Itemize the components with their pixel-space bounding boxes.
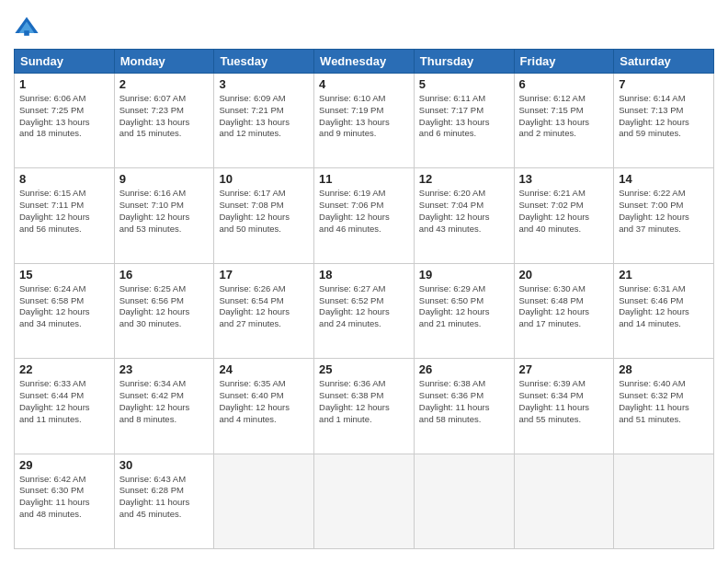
day-info: Sunrise: 6:19 AM Sunset: 7:06 PM Dayligh…	[319, 188, 409, 235]
day-info: Sunrise: 6:09 AM Sunset: 7:21 PM Dayligh…	[219, 93, 309, 140]
col-wednesday: Wednesday	[314, 50, 415, 74]
day-number: 10	[219, 172, 309, 186]
day-number: 11	[319, 172, 409, 186]
day-cell: 4Sunrise: 6:10 AM Sunset: 7:19 PM Daylig…	[314, 74, 415, 168]
day-number: 24	[219, 362, 309, 376]
logo-icon	[14, 14, 40, 40]
day-cell: 5Sunrise: 6:11 AM Sunset: 7:17 PM Daylig…	[414, 74, 514, 168]
page: Sunday Monday Tuesday Wednesday Thursday…	[0, 0, 728, 563]
day-number: 5	[419, 77, 509, 91]
day-cell: 19Sunrise: 6:29 AM Sunset: 6:50 PM Dayli…	[414, 263, 514, 358]
day-info: Sunrise: 6:07 AM Sunset: 7:23 PM Dayligh…	[119, 93, 210, 140]
svg-rect-2	[24, 30, 29, 36]
day-number: 22	[19, 362, 109, 376]
col-saturday: Saturday	[614, 50, 714, 74]
day-info: Sunrise: 6:27 AM Sunset: 6:52 PM Dayligh…	[319, 283, 409, 330]
day-cell: 7Sunrise: 6:14 AM Sunset: 7:13 PM Daylig…	[614, 74, 714, 168]
day-cell: 6Sunrise: 6:12 AM Sunset: 7:15 PM Daylig…	[514, 74, 614, 168]
day-number: 25	[319, 362, 409, 376]
day-cell: 11Sunrise: 6:19 AM Sunset: 7:06 PM Dayli…	[314, 168, 415, 263]
col-tuesday: Tuesday	[214, 50, 314, 74]
col-monday: Monday	[114, 50, 214, 74]
day-info: Sunrise: 6:17 AM Sunset: 7:08 PM Dayligh…	[219, 188, 309, 235]
day-cell: 17Sunrise: 6:26 AM Sunset: 6:54 PM Dayli…	[214, 263, 314, 358]
day-cell: 27Sunrise: 6:39 AM Sunset: 6:34 PM Dayli…	[514, 359, 614, 454]
col-thursday: Thursday	[414, 50, 514, 74]
day-info: Sunrise: 6:39 AM Sunset: 6:34 PM Dayligh…	[519, 378, 609, 425]
day-number: 2	[119, 77, 210, 91]
day-info: Sunrise: 6:20 AM Sunset: 7:04 PM Dayligh…	[419, 188, 509, 235]
day-number: 9	[119, 172, 210, 186]
day-info: Sunrise: 6:29 AM Sunset: 6:50 PM Dayligh…	[419, 283, 509, 330]
day-cell: 26Sunrise: 6:38 AM Sunset: 6:36 PM Dayli…	[414, 359, 514, 454]
day-info: Sunrise: 6:16 AM Sunset: 7:10 PM Dayligh…	[119, 188, 210, 235]
day-info: Sunrise: 6:34 AM Sunset: 6:42 PM Dayligh…	[119, 378, 210, 425]
day-number: 30	[119, 458, 210, 472]
day-number: 12	[419, 172, 509, 186]
day-cell: 2Sunrise: 6:07 AM Sunset: 7:23 PM Daylig…	[114, 74, 214, 168]
week-row-1: 1Sunrise: 6:06 AM Sunset: 7:25 PM Daylig…	[15, 74, 714, 168]
day-cell: 14Sunrise: 6:22 AM Sunset: 7:00 PM Dayli…	[614, 168, 714, 263]
day-cell: 28Sunrise: 6:40 AM Sunset: 6:32 PM Dayli…	[614, 359, 714, 454]
day-number: 13	[519, 172, 609, 186]
day-number: 29	[19, 458, 109, 472]
day-cell: 22Sunrise: 6:33 AM Sunset: 6:44 PM Dayli…	[15, 359, 115, 454]
day-cell	[214, 454, 314, 548]
day-cell: 15Sunrise: 6:24 AM Sunset: 6:58 PM Dayli…	[15, 263, 115, 358]
day-number: 20	[519, 268, 609, 282]
day-number: 26	[419, 362, 509, 376]
day-cell	[614, 454, 714, 548]
day-cell: 30Sunrise: 6:43 AM Sunset: 6:28 PM Dayli…	[114, 454, 214, 548]
week-row-4: 22Sunrise: 6:33 AM Sunset: 6:44 PM Dayli…	[15, 359, 714, 454]
day-number: 15	[19, 268, 109, 282]
day-number: 27	[519, 362, 609, 376]
col-friday: Friday	[514, 50, 614, 74]
week-row-5: 29Sunrise: 6:42 AM Sunset: 6:30 PM Dayli…	[15, 454, 714, 548]
day-number: 17	[219, 268, 309, 282]
day-info: Sunrise: 6:30 AM Sunset: 6:48 PM Dayligh…	[519, 283, 609, 330]
day-cell: 29Sunrise: 6:42 AM Sunset: 6:30 PM Dayli…	[15, 454, 115, 548]
day-info: Sunrise: 6:15 AM Sunset: 7:11 PM Dayligh…	[19, 188, 109, 235]
day-info: Sunrise: 6:31 AM Sunset: 6:46 PM Dayligh…	[619, 283, 709, 330]
header-row: Sunday Monday Tuesday Wednesday Thursday…	[15, 50, 714, 74]
day-number: 3	[219, 77, 309, 91]
day-cell: 10Sunrise: 6:17 AM Sunset: 7:08 PM Dayli…	[214, 168, 314, 263]
day-cell	[314, 454, 415, 548]
day-cell: 8Sunrise: 6:15 AM Sunset: 7:11 PM Daylig…	[15, 168, 115, 263]
day-info: Sunrise: 6:11 AM Sunset: 7:17 PM Dayligh…	[419, 93, 509, 140]
day-cell	[514, 454, 614, 548]
day-cell: 21Sunrise: 6:31 AM Sunset: 6:46 PM Dayli…	[614, 263, 714, 358]
day-info: Sunrise: 6:21 AM Sunset: 7:02 PM Dayligh…	[519, 188, 609, 235]
day-info: Sunrise: 6:26 AM Sunset: 6:54 PM Dayligh…	[219, 283, 309, 330]
day-number: 7	[619, 77, 709, 91]
day-cell: 9Sunrise: 6:16 AM Sunset: 7:10 PM Daylig…	[114, 168, 214, 263]
day-info: Sunrise: 6:25 AM Sunset: 6:56 PM Dayligh…	[119, 283, 210, 330]
day-number: 19	[419, 268, 509, 282]
day-number: 14	[619, 172, 709, 186]
day-info: Sunrise: 6:43 AM Sunset: 6:28 PM Dayligh…	[119, 474, 210, 521]
col-sunday: Sunday	[15, 50, 115, 74]
day-number: 4	[319, 77, 409, 91]
day-number: 1	[19, 77, 109, 91]
day-cell: 16Sunrise: 6:25 AM Sunset: 6:56 PM Dayli…	[114, 263, 214, 358]
day-cell: 25Sunrise: 6:36 AM Sunset: 6:38 PM Dayli…	[314, 359, 415, 454]
day-info: Sunrise: 6:36 AM Sunset: 6:38 PM Dayligh…	[319, 378, 409, 425]
day-cell: 12Sunrise: 6:20 AM Sunset: 7:04 PM Dayli…	[414, 168, 514, 263]
logo	[14, 14, 43, 40]
day-info: Sunrise: 6:24 AM Sunset: 6:58 PM Dayligh…	[19, 283, 109, 330]
day-cell: 3Sunrise: 6:09 AM Sunset: 7:21 PM Daylig…	[214, 74, 314, 168]
day-number: 8	[19, 172, 109, 186]
day-info: Sunrise: 6:12 AM Sunset: 7:15 PM Dayligh…	[519, 93, 609, 140]
day-info: Sunrise: 6:10 AM Sunset: 7:19 PM Dayligh…	[319, 93, 409, 140]
week-row-2: 8Sunrise: 6:15 AM Sunset: 7:11 PM Daylig…	[15, 168, 714, 263]
day-cell	[414, 454, 514, 548]
day-info: Sunrise: 6:22 AM Sunset: 7:00 PM Dayligh…	[619, 188, 709, 235]
day-info: Sunrise: 6:33 AM Sunset: 6:44 PM Dayligh…	[19, 378, 109, 425]
day-cell: 13Sunrise: 6:21 AM Sunset: 7:02 PM Dayli…	[514, 168, 614, 263]
day-number: 23	[119, 362, 210, 376]
week-row-3: 15Sunrise: 6:24 AM Sunset: 6:58 PM Dayli…	[15, 263, 714, 358]
day-info: Sunrise: 6:40 AM Sunset: 6:32 PM Dayligh…	[619, 378, 709, 425]
day-info: Sunrise: 6:38 AM Sunset: 6:36 PM Dayligh…	[419, 378, 509, 425]
day-cell: 23Sunrise: 6:34 AM Sunset: 6:42 PM Dayli…	[114, 359, 214, 454]
calendar-body: 1Sunrise: 6:06 AM Sunset: 7:25 PM Daylig…	[15, 74, 714, 549]
